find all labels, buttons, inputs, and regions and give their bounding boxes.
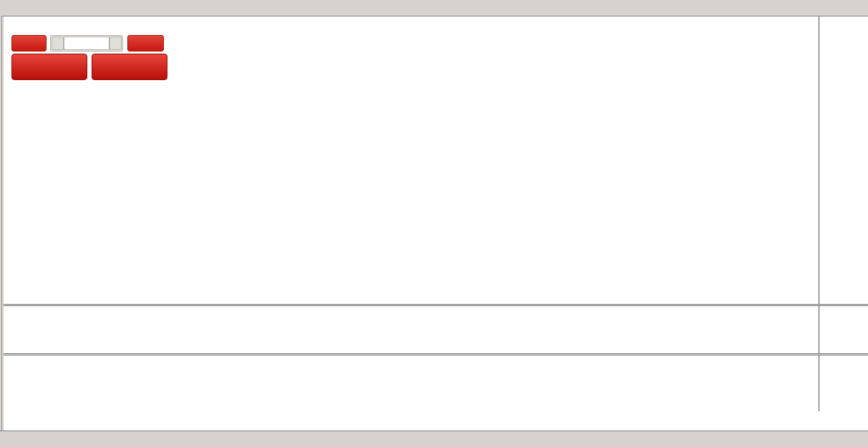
sell-quote-box[interactable] [11, 54, 87, 80]
sell-button[interactable] [11, 35, 47, 51]
price-plot[interactable] [4, 16, 819, 304]
price-axis[interactable] [820, 16, 868, 304]
rsi-pane [4, 355, 868, 411]
timeframe-toolbar [0, 0, 868, 16]
buy-button[interactable] [127, 35, 164, 51]
volume-up-icon[interactable] [109, 36, 122, 50]
chart-window [0, 16, 868, 431]
trading-platform-window [0, 0, 868, 447]
macd-axis[interactable] [820, 306, 868, 353]
rsi-axis[interactable] [820, 355, 868, 411]
buy-quote-box[interactable] [92, 54, 167, 80]
chart-tab-bar [0, 431, 868, 447]
rsi-plot[interactable] [4, 355, 819, 411]
date-axis[interactable] [4, 411, 868, 431]
macd-plot[interactable] [4, 306, 819, 353]
price-chart-pane [4, 16, 868, 304]
macd-pane [4, 306, 868, 353]
volume-input[interactable] [64, 36, 109, 50]
one-click-trade-panel [11, 35, 167, 80]
volume-down-icon[interactable] [52, 36, 64, 50]
volume-stepper [50, 35, 123, 51]
